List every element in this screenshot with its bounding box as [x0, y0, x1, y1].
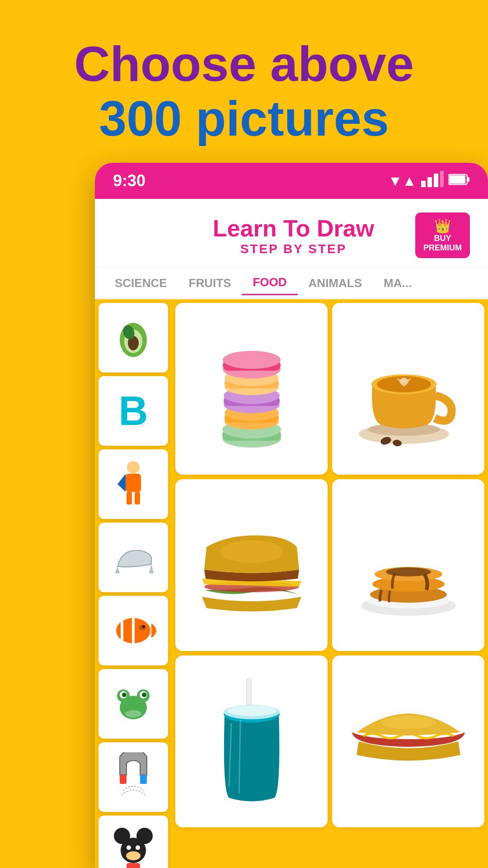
svg-point-26	[122, 693, 127, 697]
svg-rect-2	[434, 174, 438, 187]
content-area: B	[95, 299, 488, 868]
app-title-block: Learn To Draw STEP BY STEP	[172, 215, 415, 256]
svg-rect-37	[127, 863, 140, 868]
svg-point-34	[126, 851, 141, 860]
status-icons: ▼▲	[388, 171, 470, 191]
svg-marker-13	[117, 474, 126, 492]
grid-card-sandwich[interactable]	[175, 479, 328, 651]
svg-rect-3	[440, 171, 444, 187]
signal-icon	[421, 171, 444, 191]
svg-rect-30	[140, 775, 147, 784]
battery-icon	[448, 173, 470, 189]
app-title-sub: STEP BY STEP	[172, 242, 415, 256]
promo-area: Choose above 300 pictures	[0, 0, 488, 164]
grid-card-hotdog[interactable]	[332, 656, 484, 827]
app-title-main: Learn To Draw	[172, 215, 415, 242]
crown-icon: 👑	[423, 218, 462, 234]
premium-text: BUYPREMIUM	[423, 234, 462, 253]
thumb-mickey[interactable]	[99, 816, 168, 868]
svg-point-81	[381, 716, 436, 729]
svg-rect-29	[120, 775, 127, 784]
app-header: Learn To Draw STEP BY STEP 👑 BUYPREMIUM	[95, 199, 488, 268]
svg-point-28	[125, 710, 141, 717]
grid-card-pancakes[interactable]	[332, 479, 484, 651]
grid-card-drink[interactable]	[175, 656, 328, 827]
thumb-magnet[interactable]	[99, 742, 168, 812]
food-grid	[172, 299, 488, 868]
svg-point-19	[139, 625, 146, 630]
svg-rect-6	[449, 175, 465, 184]
svg-rect-1	[427, 177, 432, 187]
thumb-clownfish[interactable]	[99, 596, 168, 665]
tab-science[interactable]: SCIENCE	[104, 272, 178, 295]
svg-rect-0	[421, 181, 426, 187]
promo-line2: 300 pictures	[27, 91, 461, 146]
svg-point-20	[142, 625, 145, 628]
svg-point-36	[136, 845, 140, 850]
svg-point-27	[142, 693, 146, 697]
status-bar: 9:30 ▼▲	[95, 163, 488, 199]
svg-rect-12	[126, 474, 141, 492]
thumbnail-strip: B	[95, 299, 172, 868]
svg-point-59	[223, 351, 281, 369]
svg-point-35	[127, 845, 131, 850]
grid-card-macarons[interactable]	[175, 303, 328, 475]
tab-more[interactable]: MA...	[373, 272, 422, 295]
svg-rect-15	[135, 492, 140, 505]
thumb-avocado[interactable]	[99, 303, 168, 373]
tab-fruits[interactable]: FRUITS	[178, 272, 242, 295]
thumb-letter-b[interactable]: B	[99, 376, 168, 446]
svg-point-67	[220, 540, 283, 563]
promo-line1: Choose above	[27, 36, 461, 91]
svg-rect-14	[127, 492, 132, 505]
tab-food[interactable]: FOOD	[242, 271, 297, 295]
phone-mockup: 9:30 ▼▲	[95, 163, 488, 868]
status-time: 9:30	[113, 171, 145, 190]
thumb-frog[interactable]	[99, 669, 168, 739]
promo-title: Choose above 300 pictures	[27, 36, 461, 146]
tab-animals[interactable]: ANIMALS	[298, 272, 373, 295]
grid-card-coffee[interactable]	[332, 303, 484, 475]
thumb-superhero[interactable]	[99, 449, 168, 519]
thumb-heels[interactable]	[99, 523, 168, 592]
svg-rect-5	[467, 177, 469, 182]
premium-badge[interactable]: 👑 BUYPREMIUM	[415, 212, 470, 258]
svg-point-11	[127, 461, 140, 474]
wifi-icon: ▼▲	[388, 173, 417, 189]
svg-point-78	[227, 705, 277, 716]
category-tabs: SCIENCE FRUITS FOOD ANIMALS MA...	[95, 268, 488, 299]
